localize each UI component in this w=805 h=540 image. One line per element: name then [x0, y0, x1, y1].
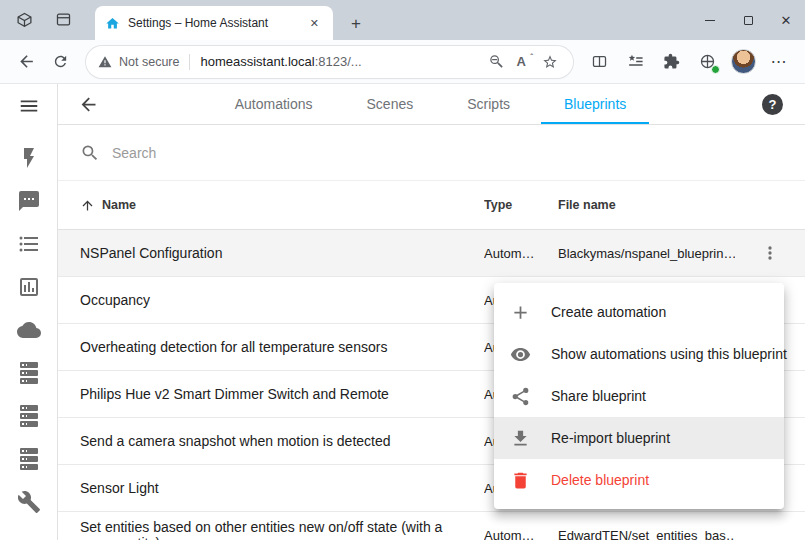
- zoom-out-icon[interactable]: [486, 54, 507, 69]
- server-icon-3[interactable]: [17, 447, 41, 471]
- search-row: [58, 125, 805, 181]
- tab-scenes[interactable]: Scenes: [344, 84, 437, 124]
- row-name: Philips Hue v2 Smart Dimmer Switch and R…: [58, 386, 484, 402]
- menu-item-show-automations[interactable]: Show automations using this blueprint: [494, 333, 784, 375]
- home-assistant-app: Automations Scenes Scripts Blueprints ? …: [0, 84, 805, 540]
- favorite-star-icon[interactable]: [539, 54, 561, 70]
- not-secure-warning-icon[interactable]: [98, 55, 112, 69]
- row-name: Occupancy: [58, 292, 484, 308]
- close-icon: ✕: [781, 14, 792, 27]
- ha-back-icon[interactable]: [78, 94, 99, 115]
- extension-status-dot: [711, 65, 720, 74]
- row-name: NSPanel Configuration: [58, 245, 484, 261]
- security-label[interactable]: Not secure: [119, 55, 179, 69]
- column-header-name[interactable]: Name: [58, 198, 484, 213]
- ha-sidebar: [0, 84, 58, 540]
- profile-avatar[interactable]: [727, 46, 759, 78]
- help-icon[interactable]: ?: [762, 94, 783, 115]
- ha-header: Automations Scenes Scripts Blueprints ?: [58, 84, 805, 125]
- assist-chat-icon[interactable]: [17, 189, 41, 213]
- menu-icon[interactable]: [18, 95, 40, 117]
- row-name: Set entities based on other entities new…: [58, 519, 484, 540]
- window-maximize-button[interactable]: [729, 0, 767, 40]
- todo-list-icon[interactable]: [17, 232, 41, 256]
- cloud-icon[interactable]: [17, 318, 41, 342]
- browser-toolbar: Not secure homeassistant.local:8123/... …: [0, 40, 805, 84]
- menu-item-share-blueprint[interactable]: Share blueprint: [494, 375, 784, 417]
- extension-badge-icon[interactable]: [691, 46, 723, 78]
- search-icon: [80, 143, 100, 163]
- avatar-image: [731, 49, 756, 74]
- window-minimize-button[interactable]: [691, 0, 729, 40]
- tab-automations[interactable]: Automations: [212, 84, 336, 124]
- browser-titlebar: Settings – Home Assistant ✕ + ✕: [0, 0, 805, 40]
- row-name: Send a camera snapshot when motion is de…: [58, 433, 484, 449]
- browser-more-icon[interactable]: ⋯: [763, 46, 795, 78]
- refresh-icon[interactable]: [44, 46, 76, 78]
- extensions-icon[interactable]: [655, 46, 687, 78]
- server-icon-2[interactable]: [17, 404, 41, 428]
- eye-icon: [510, 344, 531, 365]
- column-header-file[interactable]: File name: [558, 198, 735, 212]
- table-row[interactable]: NSPanel Configuration Autom… Blackymas/n…: [58, 230, 805, 277]
- tab-close-icon[interactable]: ✕: [306, 15, 323, 32]
- energy-flash-icon[interactable]: [17, 146, 41, 170]
- ha-main: Automations Scenes Scripts Blueprints ? …: [58, 84, 805, 540]
- url-host: homeassistant.local: [200, 54, 314, 69]
- menu-item-delete-blueprint[interactable]: Delete blueprint: [494, 459, 784, 501]
- share-icon: [510, 386, 531, 407]
- row-type: Autom…: [484, 246, 558, 261]
- row-name: Sensor Light: [58, 480, 484, 496]
- text-size-icon[interactable]: Aˆ: [514, 54, 532, 69]
- address-divider: [189, 54, 190, 70]
- favorites-icon[interactable]: [619, 46, 651, 78]
- history-chart-icon[interactable]: [17, 275, 41, 299]
- minimize-icon: [705, 20, 715, 21]
- server-icon-1[interactable]: [17, 361, 41, 385]
- row-file: Blackymas/nspanel_blueprin…: [558, 246, 735, 261]
- row-type: Autom…: [484, 528, 558, 540]
- search-input[interactable]: [112, 145, 412, 161]
- split-screen-icon[interactable]: [583, 46, 615, 78]
- sort-arrow-up-icon: [80, 198, 95, 213]
- plus-icon: [510, 302, 531, 323]
- menu-item-reimport-blueprint[interactable]: Re-import blueprint: [494, 417, 784, 459]
- trash-icon: [510, 470, 531, 491]
- download-icon: [510, 428, 531, 449]
- row-overflow-menu-icon[interactable]: [735, 243, 805, 263]
- column-header-type[interactable]: Type: [484, 198, 558, 212]
- url-text[interactable]: homeassistant.local:8123/...: [200, 54, 361, 69]
- browser-tab[interactable]: Settings – Home Assistant ✕: [95, 6, 333, 40]
- row-name: Overheating detection for all temperatur…: [58, 339, 484, 355]
- url-rest: :8123/...: [315, 54, 362, 69]
- address-bar[interactable]: Not secure homeassistant.local:8123/... …: [86, 46, 573, 78]
- table-row[interactable]: Set entities based on other entities new…: [58, 512, 805, 540]
- new-tab-icon[interactable]: +: [345, 14, 367, 34]
- tab-title: Settings – Home Assistant: [128, 16, 298, 30]
- ha-tab-bar: Automations Scenes Scripts Blueprints: [99, 84, 762, 124]
- home-assistant-favicon: [105, 16, 120, 31]
- row-file: EdwardTEN/set_entities_bas…: [558, 528, 735, 540]
- table-header: Name Type File name: [58, 181, 805, 230]
- tab-actions-icon[interactable]: [55, 11, 72, 28]
- workspaces-icon[interactable]: [16, 11, 33, 28]
- blueprint-context-menu: Create automation Show automations using…: [494, 283, 784, 509]
- tab-scripts[interactable]: Scripts: [444, 84, 533, 124]
- developer-tools-wrench-icon[interactable]: [17, 490, 41, 514]
- window-close-button[interactable]: ✕: [767, 0, 805, 40]
- back-icon[interactable]: [10, 46, 42, 78]
- tab-blueprints[interactable]: Blueprints: [541, 84, 649, 124]
- maximize-icon: [744, 16, 753, 25]
- menu-item-create-automation[interactable]: Create automation: [494, 291, 784, 333]
